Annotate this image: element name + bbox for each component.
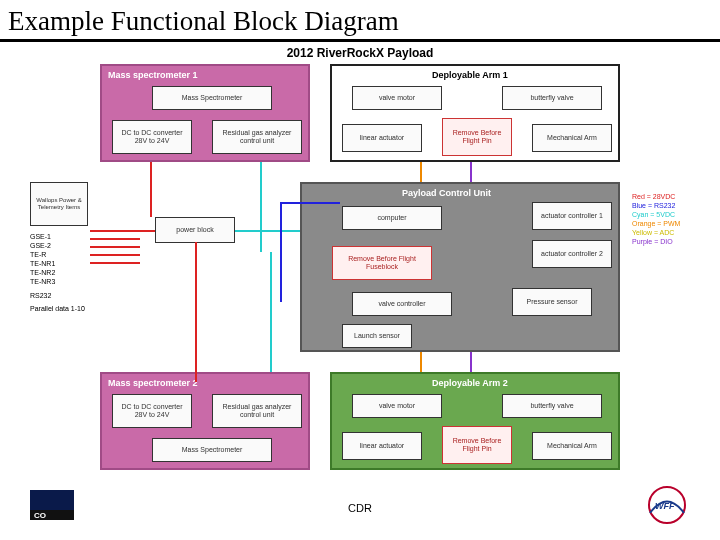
svg-rect-0 [30, 490, 74, 510]
left-legend-title: Wallops Power & Telemetry Items [30, 182, 88, 226]
right-legend-item: Yellow = ADC [632, 228, 720, 237]
box-pcu-actctrl2: actuator controller 2 [532, 240, 612, 268]
module-arm1: Deployable Arm 1 valve motor butterfly v… [330, 64, 620, 162]
module-pcu: Payload Control Unit computer actuator c… [300, 182, 620, 352]
box-arm1-actuator: linear actuator [342, 124, 422, 152]
footer-text: CDR [0, 502, 720, 514]
box-arm1-mecharm: Mechanical Arm [532, 124, 612, 152]
wire [420, 162, 422, 182]
right-legend-item: Cyan = 5VDC [632, 210, 720, 219]
wire [470, 162, 472, 182]
module-arm1-title: Deployable Arm 1 [432, 70, 508, 80]
box-arm1-rbfpin: Remove Before Flight Pin [442, 118, 512, 156]
box-arm2-mecharm: Mechanical Arm [532, 432, 612, 460]
box-pcu-pressure: Pressure sensor [512, 288, 592, 316]
diagram-title: 2012 RiverRockX Payload [0, 46, 720, 60]
box-pcu-launch: Launch sensor [342, 324, 412, 348]
wire [90, 254, 140, 256]
module-pcu-title: Payload Control Unit [402, 188, 491, 198]
left-legend-item: RS232 [30, 291, 90, 300]
wire [90, 262, 140, 264]
wire [90, 246, 140, 248]
wire [90, 238, 140, 240]
logo-left: CO [30, 490, 74, 520]
box-arm2-actuator: linear actuator [342, 432, 422, 460]
left-legend-item: Parallel data 1-10 [30, 304, 90, 313]
box-power-block: power block [155, 217, 235, 243]
module-ms1: Mass spectrometer 1 Mass Spectrometer DC… [100, 64, 310, 162]
wire [280, 202, 340, 204]
module-ms2-title: Mass spectrometer 2 [108, 378, 198, 388]
box-ms1-dcdc: DC to DC converter 28V to 24V [112, 120, 192, 154]
right-legend-item: Red = 28VDC [632, 192, 720, 201]
box-pcu-computer: computer [342, 206, 442, 230]
box-pcu-actctrl1: actuator controller 1 [532, 202, 612, 230]
module-arm2: Deployable Arm 2 valve motor butterfly v… [330, 372, 620, 470]
left-legend-item: GSE-2 [30, 241, 90, 250]
left-legend-item: TE-NR2 [30, 268, 90, 277]
wire [195, 242, 197, 382]
box-ms1-spectrometer: Mass Spectrometer [152, 86, 272, 110]
logo-right: WFF [640, 485, 694, 525]
diagram-canvas: 2012 RiverRockX Payload Mass spectromete… [0, 42, 720, 500]
right-legend-item: Orange = PWM [632, 219, 720, 228]
wire [470, 352, 472, 372]
box-arm2-rbfpin: Remove Before Flight Pin [442, 426, 512, 464]
box-ms1-rga: Residual gas analyzer control unit [212, 120, 302, 154]
box-arm1-valvemotor: valve motor [352, 86, 442, 110]
module-arm2-title: Deployable Arm 2 [432, 378, 508, 388]
box-ms2-spectrometer: Mass Spectrometer [152, 438, 272, 462]
left-legend-item: TE-NR1 [30, 259, 90, 268]
svg-text:CO: CO [34, 511, 46, 520]
box-arm2-valvemotor: valve motor [352, 394, 442, 418]
right-legend-item: Blue = RS232 [632, 201, 720, 210]
left-legend-item: TE-R [30, 250, 90, 259]
box-ms2-dcdc: DC to DC converter 28V to 24V [112, 394, 192, 428]
wire [260, 162, 262, 252]
module-ms1-title: Mass spectrometer 1 [108, 70, 198, 80]
module-ms2: Mass spectrometer 2 DC to DC converter 2… [100, 372, 310, 470]
box-arm1-butterfly: butterfly valve [502, 86, 602, 110]
slide-title: Example Functional Block Diagram [0, 0, 720, 37]
wire [90, 230, 155, 232]
svg-text:WFF: WFF [655, 501, 675, 511]
left-legend: Wallops Power & Telemetry Items GSE-1 GS… [30, 182, 90, 313]
left-legend-item: GSE-1 [30, 232, 90, 241]
wire [270, 252, 272, 372]
wire [280, 202, 282, 302]
wire [235, 230, 300, 232]
box-arm2-butterfly: butterfly valve [502, 394, 602, 418]
right-legend-item: Purple = DIO [632, 237, 720, 246]
right-legend: Red = 28VDC Blue = RS232 Cyan = 5VDC Ora… [632, 192, 720, 247]
left-legend-item: TE-NR3 [30, 277, 90, 286]
box-ms2-rga: Residual gas analyzer control unit [212, 394, 302, 428]
box-pcu-rbf-fuseblock: Remove Before Flight Fuseblock [332, 246, 432, 280]
box-pcu-valvectrl: valve controller [352, 292, 452, 316]
wire [150, 162, 152, 217]
wire [420, 352, 422, 372]
